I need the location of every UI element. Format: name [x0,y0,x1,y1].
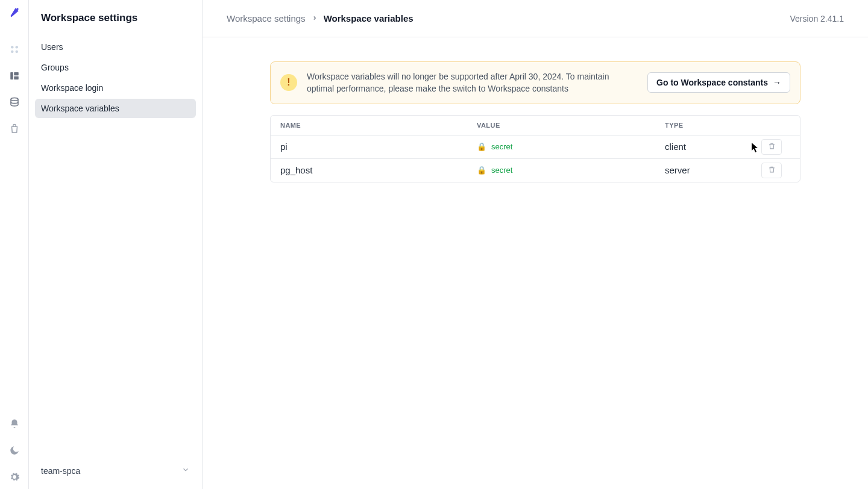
marketplace-icon[interactable] [8,123,20,135]
sidebar-item-groups[interactable]: Groups [35,58,196,77]
lock-icon: 🔒 [477,166,486,175]
cell-value: 🔒 secret [477,142,665,151]
cell-name: pg_host [280,165,477,175]
delete-button[interactable] [761,139,782,155]
database-icon[interactable] [8,96,20,108]
svg-point-1 [11,46,14,49]
svg-point-8 [11,98,18,101]
secret-label: secret [491,142,512,151]
table-header: NAME VALUE TYPE [271,116,800,135]
breadcrumb-current: Workspace variables [324,13,414,23]
cell-type: server [665,165,761,175]
icon-rail [0,0,29,489]
version-label: Version 2.41.1 [790,14,844,23]
content: ! Workspace variables will no longer be … [203,37,868,489]
button-label: Go to Workspace constants [656,78,768,87]
col-header-type: TYPE [665,122,761,129]
trash-icon [768,166,776,175]
main: Workspace settings Workspace variables V… [203,0,868,489]
bell-icon[interactable] [8,418,20,430]
chevron-right-icon [312,14,318,23]
cell-name: pi [280,142,477,152]
sidebar-title: Workspace settings [35,12,196,37]
svg-rect-5 [10,72,13,79]
sidebar-item-label: Groups [41,63,69,72]
table-row: pg_host 🔒 secret server [271,159,800,182]
breadcrumb: Workspace settings Workspace variables [227,13,414,23]
banner-text: Workspace variables will no longer be su… [307,70,638,95]
team-switcher[interactable]: team-spca [35,459,196,482]
secret-label: secret [491,166,512,175]
apps-icon[interactable] [8,43,20,55]
col-header-value: VALUE [477,122,665,129]
go-to-constants-button[interactable]: Go to Workspace constants → [647,72,790,93]
warning-icon: ! [280,74,297,91]
svg-point-0 [16,8,18,10]
moon-icon[interactable] [8,444,20,456]
topbar: Workspace settings Workspace variables V… [203,0,868,37]
svg-rect-6 [14,72,19,75]
arrow-right-icon: → [773,78,781,87]
gear-icon[interactable] [8,471,20,483]
col-header-name: NAME [280,122,477,129]
svg-point-4 [15,51,18,54]
lock-icon: 🔒 [477,142,486,151]
delete-button[interactable] [761,163,782,178]
layout-icon[interactable] [8,70,20,82]
sidebar-item-workspace-login[interactable]: Workspace login [35,78,196,98]
deprecation-banner: ! Workspace variables will no longer be … [270,61,800,104]
sidebar-item-users[interactable]: Users [35,37,196,57]
cell-type: client [665,142,761,152]
table-row: pi 🔒 secret client [271,135,800,159]
chevron-down-icon [181,466,190,476]
svg-point-3 [11,51,14,54]
sidebar-nav: Users Groups Workspace login Workspace v… [35,37,196,118]
trash-icon [768,142,776,152]
cell-value: 🔒 secret [477,166,665,175]
sidebar: Workspace settings Users Groups Workspac… [29,0,203,489]
logo-icon[interactable] [8,6,20,18]
sidebar-item-label: Workspace variables [41,104,119,113]
team-name: team-spca [41,466,80,476]
sidebar-item-label: Users [41,42,63,52]
breadcrumb-parent[interactable]: Workspace settings [227,13,306,23]
svg-rect-7 [14,76,19,79]
sidebar-item-label: Workspace login [41,83,103,93]
variables-table: NAME VALUE TYPE pi 🔒 secret client [270,115,800,182]
svg-point-2 [15,46,18,49]
sidebar-item-workspace-variables[interactable]: Workspace variables [35,99,196,118]
